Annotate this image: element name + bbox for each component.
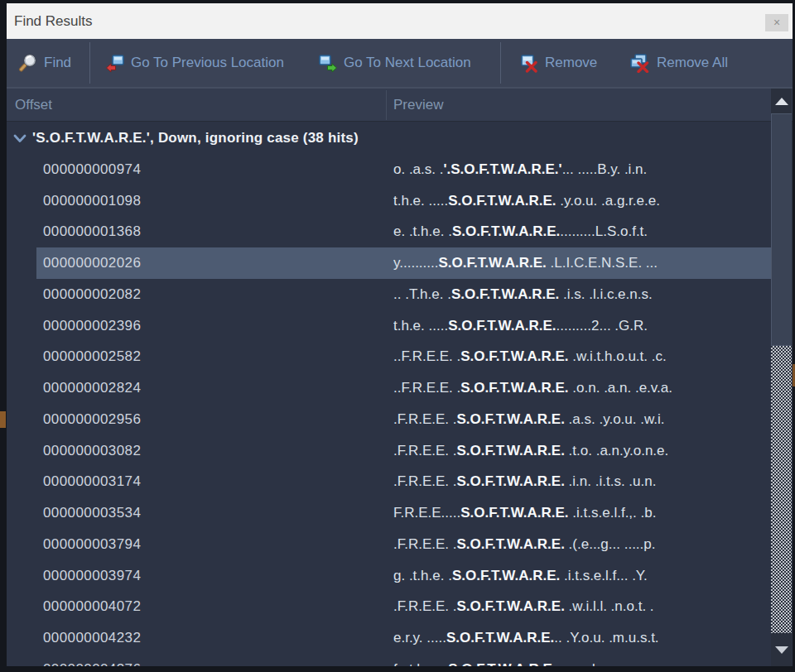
preview-pre-text: .F.R.E.E. .	[393, 598, 457, 614]
preview-pre-text: t.h.e. .....	[393, 318, 448, 334]
result-preview: t.h.e. .....S.O.F.T.W.A.R.E. .y.o.u. .a.…	[393, 193, 771, 209]
result-row[interactable]: 000000003974 g. .t.h.e. .S.O.F.T.W.A.R.E…	[36, 560, 771, 592]
remove-all-icon	[629, 53, 651, 73]
result-row[interactable]: 000000004232 e.r.y. .....S.O.F.T.W.A.R.E…	[36, 622, 771, 654]
result-preview: f. .t.h.e. .S.O.F.T.W.A.R.E. .a.n.d. .a.…	[393, 661, 771, 666]
result-row[interactable]: 000000002396 t.h.e. .....S.O.F.T.W.A.R.E…	[36, 310, 771, 342]
result-preview: .F.R.E.E. .S.O.F.T.W.A.R.E. .i.n. .i.t.s…	[393, 473, 771, 490]
preview-pre-text: ..F.R.E.E. .	[393, 348, 460, 364]
result-row[interactable]: 000000000974 o. .a.s. .'.S.O.F.T.W.A.R.E…	[36, 154, 771, 185]
toolbar: Find Go To Previous Location G	[7, 39, 793, 89]
chevron-down-icon[interactable]	[12, 131, 28, 146]
goto-previous-icon	[105, 53, 125, 73]
preview-match-text: S.O.F.T.W.A.R.E.	[452, 568, 560, 583]
result-preview: e.r.y. .....S.O.F.T.W.A.R.E... .Y.o.u. .…	[393, 630, 771, 646]
result-offset: 000000004376	[36, 661, 393, 666]
preview-post-text: .w.i.l.l. .n.o.t. .	[565, 598, 654, 614]
preview-match-text: S.O.F.T.W.A.R.E.	[457, 473, 565, 489]
result-row[interactable]: 000000003174 .F.R.E.E. .S.O.F.T.W.A.R.E.…	[36, 467, 771, 498]
result-offset: 000000001368	[36, 223, 393, 240]
scroll-up-button[interactable]	[771, 89, 792, 113]
remove-icon	[519, 53, 539, 73]
preview-pre-text: .F.R.E.E. .	[393, 411, 457, 427]
result-preview: .F.R.E.E. .S.O.F.T.W.A.R.E. .w.i.l.l. .n…	[393, 598, 771, 615]
result-preview: ..F.R.E.E. .S.O.F.T.W.A.R.E. .o.n. .a.n.…	[393, 380, 771, 396]
result-row[interactable]: 000000003534 F.R.E.E.....S.O.F.T.W.A.R.E…	[36, 497, 771, 529]
scroll-down-button[interactable]	[771, 633, 792, 666]
remove-button[interactable]: Remove	[519, 39, 597, 87]
scroll-down-arrow-icon	[775, 646, 788, 654]
result-preview: F.R.E.E.....S.O.F.T.W.A.R.E. .i.t.s.e.l.…	[393, 505, 771, 521]
result-preview: o. .a.s. .'.S.O.F.T.W.A.R.E.'... .....B.…	[393, 161, 771, 178]
result-offset: 000000002824	[36, 380, 393, 396]
preview-match-text: S.O.F.T.W.A.R.E.	[457, 411, 565, 427]
close-button[interactable]: ×	[765, 14, 788, 31]
preview-pre-text: f. .t.h.e. .	[393, 661, 448, 666]
result-row[interactable]: 000000003794 .F.R.E.E. .S.O.F.T.W.A.R.E.…	[36, 529, 771, 560]
result-offset: 000000003974	[36, 568, 393, 584]
preview-match-text: S.O.F.T.W.A.R.E.	[448, 193, 556, 209]
preview-post-text: .a.s. .y.o.u. .w.i.	[565, 411, 665, 427]
result-offset: 000000002582	[36, 348, 393, 365]
result-row[interactable]: 000000003082 .F.R.E.E. .S.O.F.T.W.A.R.E.…	[36, 435, 771, 467]
background-app-edge-left	[0, 411, 6, 428]
result-row[interactable]: 000000002082 .. .T.h.e. .S.O.F.T.W.A.R.E…	[36, 279, 771, 310]
result-row[interactable]: 000000002582 ..F.R.E.E. .S.O.F.T.W.A.R.E…	[36, 342, 771, 373]
remove-all-button[interactable]: Remove All	[629, 39, 728, 87]
preview-match-text: S.O.F.T.W.A.R.E.	[438, 255, 546, 271]
result-offset: 000000002026	[36, 255, 393, 271]
preview-match-text: S.O.F.T.W.A.R.E.	[448, 318, 556, 334]
scroll-up-arrow-icon	[775, 98, 788, 105]
preview-pre-text: t.h.e. .....	[393, 193, 448, 209]
goto-next-icon	[318, 53, 338, 73]
result-group-header[interactable]: 'S.O.F.T.W.A.R.E.', Down, ignoring case …	[7, 122, 793, 154]
vertical-scrollbar	[771, 89, 792, 666]
preview-post-text: .. .Y.o.u. .m.u.s.t.	[554, 630, 658, 646]
toolbar-separator	[500, 42, 501, 84]
find-button[interactable]: Find	[18, 39, 71, 87]
result-row[interactable]: 000000001098 t.h.e. .....S.O.F.T.W.A.R.E…	[36, 185, 771, 217]
preview-pre-text: .. .T.h.e. .	[393, 286, 451, 302]
result-preview: e. .t.h.e. .S.O.F.T.W.A.R.E..........L.S…	[393, 223, 771, 240]
result-row[interactable]: 000000004376 f. .t.h.e. .S.O.F.T.W.A.R.E…	[36, 654, 771, 666]
result-offset: 000000004232	[36, 630, 393, 646]
preview-post-text: .t.o. .a.n.y.o.n.e.	[565, 443, 668, 458]
go-to-next-location-button[interactable]: Go To Next Location	[318, 39, 471, 87]
titlebar[interactable]: Find Results ×	[7, 3, 793, 39]
result-offset: 000000003174	[36, 473, 393, 490]
result-offset: 000000002396	[36, 318, 393, 334]
preview-match-text: S.O.F.T.W.A.R.E.	[457, 598, 565, 614]
magnifier-icon	[18, 53, 38, 73]
result-row[interactable]: 000000002956 .F.R.E.E. .S.O.F.T.W.A.R.E.…	[36, 404, 771, 435]
scrollbar-track[interactable]	[771, 346, 792, 633]
result-row[interactable]: 000000002824 ..F.R.E.E. .S.O.F.T.W.A.R.E…	[36, 372, 771, 404]
result-preview: ..F.R.E.E. .S.O.F.T.W.A.R.E. .w.i.t.h.o.…	[393, 348, 771, 365]
preview-post-text: .L.I.C.E.N.S.E. ...	[547, 255, 658, 271]
preview-match-text: S.O.F.T.W.A.R.E.	[457, 536, 565, 552]
scrollbar-thumb[interactable]	[771, 113, 792, 346]
results-list: 'S.O.F.T.W.A.R.E.', Down, ignoring case …	[7, 122, 793, 666]
result-row[interactable]: 000000004072 .F.R.E.E. .S.O.F.T.W.A.R.E.…	[36, 592, 771, 623]
preview-match-text: S.O.F.T.W.A.R.E.	[457, 443, 565, 458]
result-offset: 000000001098	[36, 193, 393, 209]
preview-post-text: .(.e...g... .....p.	[565, 536, 656, 552]
preview-pre-text: e. .t.h.e. .	[393, 223, 452, 239]
remove-button-label: Remove	[545, 55, 597, 71]
result-offset: 000000004072	[36, 598, 393, 615]
preview-pre-text: y..........	[393, 255, 438, 271]
result-offset: 000000000974	[36, 161, 393, 178]
result-preview: .. .T.h.e. .S.O.F.T.W.A.R.E. .i.s. .l.i.…	[393, 286, 771, 303]
result-row[interactable]: 000000001368 e. .t.h.e. .S.O.F.T.W.A.R.E…	[36, 217, 771, 248]
find-results-panel: Find Results × Find	[7, 3, 793, 666]
preview-post-text: .i.t.s.e.l.f.,. .b.	[569, 505, 657, 521]
result-row[interactable]: 000000002026 y..........S.O.F.T.W.A.R.E.…	[36, 247, 771, 279]
remove-all-button-label: Remove All	[657, 55, 728, 71]
column-divider[interactable]	[386, 90, 387, 120]
go-to-previous-location-button[interactable]: Go To Previous Location	[105, 39, 284, 87]
column-header-preview[interactable]: Preview	[393, 89, 443, 121]
column-header-offset[interactable]: Offset	[15, 89, 52, 121]
group-header-label: 'S.O.F.T.W.A.R.E.', Down, ignoring case …	[32, 130, 359, 146]
preview-match-text: '.S.O.F.T.W.A.R.E.'	[443, 161, 561, 177]
preview-match-text: S.O.F.T.W.A.R.E.	[460, 348, 568, 364]
go-to-next-location-label: Go To Next Location	[344, 55, 471, 71]
